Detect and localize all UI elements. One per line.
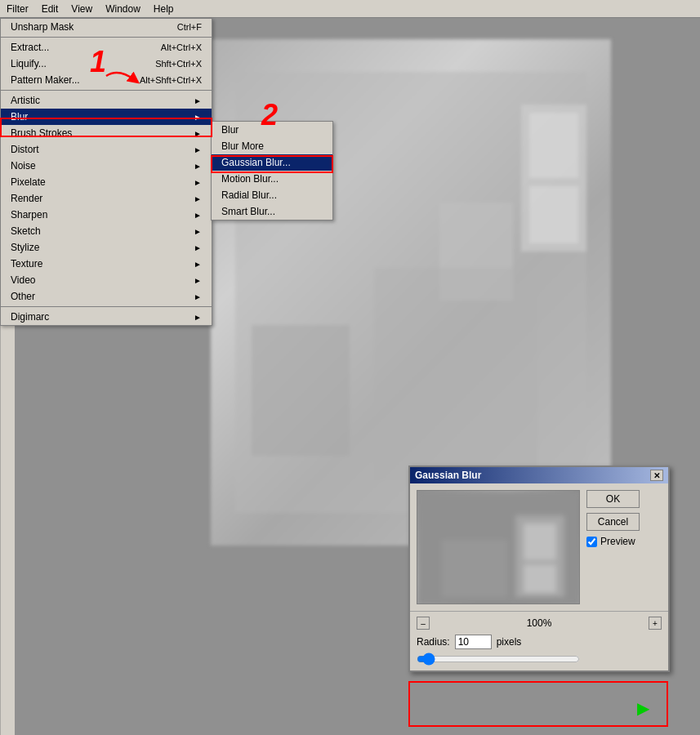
ok-button[interactable]: OK [586, 490, 640, 508]
filter-pattern-maker[interactable]: Pattern Maker... Alt+Shft+Ctrl+X [1, 72, 212, 88]
edit-menu-item[interactable]: Edit [35, 2, 65, 16]
blur-smart[interactable]: Smart Blur... [212, 203, 332, 220]
gaussian-blur-dialog: Gaussian Blur ✕ OK Cancel Preview [408, 466, 670, 672]
dialog-close-button[interactable]: ✕ [650, 470, 663, 481]
separator-3 [1, 306, 212, 307]
radius-input[interactable]: 10 [455, 635, 492, 649]
filter-sharpen[interactable]: Sharpen ► [1, 207, 212, 223]
filter-dropdown: Unsharp Mask Ctrl+F Extract... Alt+Ctrl+… [0, 18, 212, 326]
filter-menu-item[interactable]: Filter [0, 2, 35, 16]
filter-other[interactable]: Other ► [1, 288, 212, 305]
preview-label: Preview [600, 536, 635, 547]
dialog-controls: OK Cancel Preview [586, 490, 662, 604]
filter-artistic[interactable]: Artistic ► [1, 92, 212, 109]
help-menu-item[interactable]: Help [147, 2, 181, 16]
zoom-row: – 100% + [417, 617, 662, 630]
radius-unit: pixels [497, 636, 522, 648]
filter-sketch[interactable]: Sketch ► [1, 223, 212, 239]
blur-radial[interactable]: Radial Blur... [212, 187, 332, 203]
zoom-out-button[interactable]: – [417, 617, 430, 630]
dialog-preview [417, 490, 580, 604]
filter-liquify[interactable]: Liquify... Shft+Ctrl+X [1, 56, 212, 72]
blur-submenu: Blur Blur More Gaussian Blur... Motion B… [211, 121, 333, 220]
svg-rect-32 [252, 325, 350, 456]
dialog-preview-image [417, 491, 579, 604]
filter-pixelate[interactable]: Pixelate ► [1, 174, 212, 190]
dialog-bottom: – 100% + Radius: 10 pixels [410, 611, 668, 670]
dialog-body: OK Cancel Preview [410, 483, 668, 611]
filter-noise[interactable]: Noise ► [1, 158, 212, 174]
view-menu-item[interactable]: View [65, 2, 99, 16]
filter-blur[interactable]: Blur ► [1, 109, 212, 125]
cancel-button[interactable]: Cancel [586, 513, 640, 531]
blur-gaussian[interactable]: Gaussian Blur... [212, 154, 332, 171]
blur-blur[interactable]: Blur [212, 122, 332, 138]
filter-brush-strokes[interactable]: Brush Strokes ► [1, 125, 212, 141]
dialog-title: Gaussian Blur [415, 470, 481, 481]
svg-rect-33 [374, 268, 537, 480]
menubar: Filter Edit View Window Help [0, 0, 700, 18]
zoom-level: 100% [527, 617, 552, 629]
filter-digimarc[interactable]: Digimarc ► [1, 309, 212, 325]
radius-label: Radius: [417, 636, 450, 648]
filter-extract[interactable]: Extract... Alt+Ctrl+X [1, 39, 212, 56]
separator-1 [1, 37, 212, 38]
filter-video[interactable]: Video ► [1, 272, 212, 288]
filter-unsharp-mask[interactable]: Unsharp Mask Ctrl+F [1, 19, 212, 35]
filter-distort[interactable]: Distort ► [1, 141, 212, 158]
svg-rect-36 [524, 523, 556, 560]
filter-stylize[interactable]: Stylize ► [1, 239, 212, 256]
svg-rect-38 [442, 540, 507, 597]
zoom-in-button[interactable]: + [649, 617, 662, 630]
window-menu-item[interactable]: Window [99, 2, 147, 16]
separator-2 [1, 90, 212, 91]
preview-checkbox[interactable] [586, 537, 597, 547]
dialog-titlebar: Gaussian Blur ✕ [410, 467, 668, 483]
svg-rect-29 [529, 113, 578, 178]
blur-motion[interactable]: Motion Blur... [212, 171, 332, 187]
preview-checkbox-row: Preview [586, 536, 662, 547]
radius-row: Radius: 10 pixels [417, 635, 662, 649]
filter-render[interactable]: Render ► [1, 190, 212, 207]
blur-more[interactable]: Blur More [212, 138, 332, 154]
radius-slider-container [417, 653, 662, 666]
filter-texture[interactable]: Texture ► [1, 256, 212, 272]
radius-slider[interactable] [417, 653, 580, 666]
svg-rect-37 [524, 564, 556, 593]
svg-rect-30 [529, 186, 578, 243]
